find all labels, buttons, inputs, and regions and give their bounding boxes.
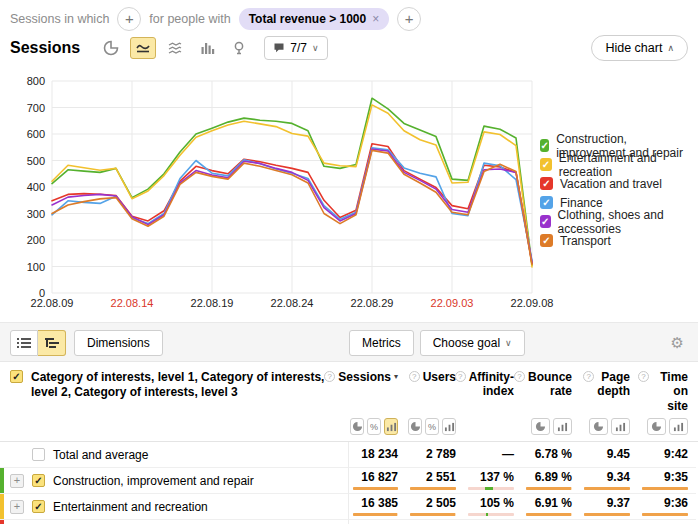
segment-chip[interactable]: Total revenue > 1000 × <box>239 8 390 30</box>
row-checkbox[interactable]: ✓ <box>32 474 45 487</box>
hide-chart-button[interactable]: Hide chart ∧ <box>591 35 688 61</box>
help-icon[interactable]: ? <box>455 371 466 382</box>
expand-row-button[interactable]: + <box>10 474 24 488</box>
pie-toggle-icon[interactable] <box>589 418 608 435</box>
remove-segment-icon[interactable]: × <box>372 12 379 26</box>
x-axis-label: 22.08.14 <box>111 297 154 309</box>
help-icon[interactable]: ? <box>514 371 525 382</box>
dimensions-button[interactable]: Dimensions <box>74 330 163 356</box>
row-checkbox[interactable]: ✓ <box>32 500 45 513</box>
y-axis-label: 500 <box>27 155 45 167</box>
column-header-page[interactable]: ?Page depth <box>580 362 638 413</box>
metric-value: 9:35 <box>642 471 688 484</box>
pie-toggle-icon[interactable] <box>408 418 422 435</box>
y-axis-label: 200 <box>27 234 45 246</box>
value-bar <box>353 487 398 490</box>
metric-cell: 9.45 <box>580 442 638 468</box>
table-row: +✓Vacation and travel <box>0 520 348 524</box>
chevron-down-icon: ∨ <box>312 43 319 53</box>
value-bar <box>584 487 630 490</box>
row-label[interactable]: Entertainment and recreation <box>53 500 208 514</box>
metric-value: — <box>502 448 514 461</box>
pie-toggle-icon[interactable] <box>647 418 666 435</box>
legend-checkbox-icon[interactable]: ✓ <box>540 215 551 228</box>
row-label[interactable]: Construction, improvement and repair <box>53 474 254 488</box>
line-chart-icon[interactable] <box>130 37 156 59</box>
add-session-condition-button[interactable]: + <box>117 7 141 31</box>
y-axis-label: 800 <box>27 75 45 87</box>
table-toolbar: Dimensions Metrics Choose goal ∨ ⚙ <box>0 322 698 362</box>
expand-row-button[interactable]: + <box>10 500 24 514</box>
choose-goal-button[interactable]: Choose goal ∨ <box>420 330 525 356</box>
legend-checkbox-icon[interactable]: ✓ <box>540 139 549 152</box>
legend-checkbox-icon[interactable]: ✓ <box>540 234 553 247</box>
legend-checkbox-icon[interactable]: ✓ <box>540 177 553 190</box>
value-bar <box>526 487 572 490</box>
list-view-icon[interactable] <box>10 330 38 356</box>
percent-toggle-icon[interactable]: % <box>367 418 381 435</box>
value-bar <box>410 487 456 490</box>
column-header-time[interactable]: ?Time on site <box>638 362 696 413</box>
metric-value: 6.78 % <box>535 448 572 461</box>
y-axis-label: 100 <box>27 261 45 273</box>
pie-toggle-icon[interactable] <box>350 418 364 435</box>
column-display-toggles <box>464 413 522 441</box>
metric-cell: 16 385 <box>348 494 406 520</box>
x-axis-label: 22.09.03 <box>431 297 474 309</box>
add-people-condition-button[interactable]: + <box>397 7 421 31</box>
metric-value: 2 551 <box>410 471 456 484</box>
column-label: Sessions <box>338 370 391 413</box>
column-header-users[interactable]: ?Users <box>406 362 464 413</box>
y-axis-label: 300 <box>27 208 45 220</box>
bars-toggle-icon[interactable] <box>384 418 398 435</box>
column-label: Affinity- index <box>469 370 514 413</box>
bars-toggle-icon[interactable] <box>553 418 572 435</box>
pie-chart-icon[interactable] <box>98 37 124 59</box>
metric-cell: 2 021 <box>406 520 464 524</box>
metric-cell: — <box>464 442 522 468</box>
metric-cell: 7.07 % <box>522 520 580 524</box>
tree-view-icon[interactable] <box>38 330 66 356</box>
help-icon[interactable]: ? <box>409 371 420 382</box>
value-bar <box>410 513 456 516</box>
help-icon[interactable]: ? <box>583 371 594 382</box>
metric-value: 6.89 % <box>526 471 572 484</box>
metric-cell: 9:42 <box>638 442 696 468</box>
metric-value: 6.91 % <box>526 497 572 510</box>
bars-toggle-icon[interactable] <box>442 418 456 435</box>
gear-icon[interactable]: ⚙ <box>671 334 684 352</box>
percent-toggle-icon[interactable]: % <box>425 418 439 435</box>
metric-value: 9:42 <box>664 448 688 461</box>
legend-checkbox-icon[interactable]: ✓ <box>540 158 552 171</box>
help-icon[interactable]: ? <box>638 371 649 382</box>
metric-cell: 105 % <box>464 494 522 520</box>
sort-desc-icon[interactable]: ▾ <box>394 372 398 413</box>
legend-checkbox-icon[interactable]: ✓ <box>540 196 553 209</box>
column-header-affinity-[interactable]: ?Affinity- index <box>464 362 522 413</box>
metric-cell: 118 % <box>464 520 522 524</box>
metric-cell: 9:35 <box>638 468 696 494</box>
column-label: Page depth <box>597 370 630 413</box>
filter-prefix-label: Sessions in which <box>10 12 109 26</box>
stacked-chart-icon[interactable] <box>162 37 188 59</box>
metric-cell: 12 924 <box>348 520 406 524</box>
pie-toggle-icon[interactable] <box>531 418 550 435</box>
row-checkbox[interactable] <box>32 448 45 461</box>
legend-label: Vacation and travel <box>560 177 662 191</box>
column-display-toggles <box>522 413 580 441</box>
bars-toggle-icon[interactable] <box>611 418 630 435</box>
x-axis-label: 22.09.08 <box>511 297 554 309</box>
select-all-checkbox[interactable]: ✓ <box>10 370 23 383</box>
metric-value: 2 789 <box>426 448 456 461</box>
annotations-dropdown[interactable]: 7/7 ∨ <box>264 36 327 60</box>
column-header-bounce[interactable]: ?Bounce rate <box>522 362 580 413</box>
column-header-sessions[interactable]: ?Sessions▾ <box>348 362 406 413</box>
column-chart-icon[interactable] <box>194 37 220 59</box>
metric-cell: 18 234 <box>348 442 406 468</box>
bars-toggle-icon[interactable] <box>669 418 688 435</box>
row-label[interactable]: Total and average <box>53 448 148 462</box>
metrics-button[interactable]: Metrics <box>349 330 414 356</box>
map-chart-icon[interactable] <box>226 37 252 59</box>
column-display-toggles <box>580 413 638 441</box>
legend-item: ✓Entertainment and recreation <box>540 155 698 174</box>
